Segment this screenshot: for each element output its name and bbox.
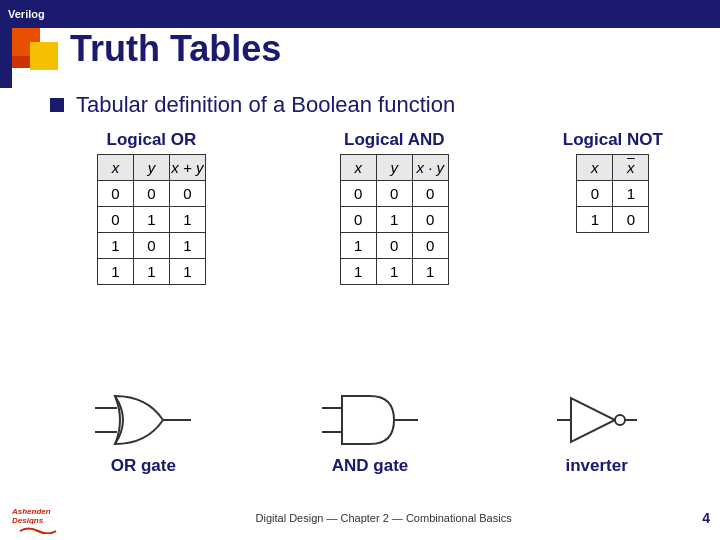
or-gate-label: OR gate	[111, 456, 176, 476]
gates-area: OR gate AND gate	[30, 388, 710, 476]
or-header-y: y	[133, 155, 169, 181]
table-row: 000	[340, 181, 448, 207]
logical-not-section: Logical NOT x x 01 10	[516, 130, 710, 285]
not-header-xbar: x	[613, 155, 649, 181]
table-row: 10	[577, 207, 649, 233]
footer-center-text: Digital Design — Chapter 2 — Combination…	[256, 512, 512, 524]
not-gate-label: inverter	[565, 456, 627, 476]
table-row: 101	[97, 233, 205, 259]
bullet-text: Tabular definition of a Boolean function	[76, 92, 455, 118]
svg-rect-2	[30, 42, 58, 70]
logical-not-title: Logical NOT	[563, 130, 663, 150]
and-gate-section: AND gate	[257, 388, 484, 476]
logical-or-title: Logical OR	[107, 130, 197, 150]
footer: Ashenden Designs Digital Design — Chapte…	[10, 502, 710, 534]
svg-point-12	[615, 415, 625, 425]
tables-area: Logical OR x y x + y 000 011 101 111 Log…	[30, 130, 710, 285]
logical-and-title: Logical AND	[344, 130, 444, 150]
svg-rect-3	[12, 56, 30, 68]
table-row: 010	[340, 207, 448, 233]
or-gate-section: OR gate	[30, 388, 257, 476]
footer-page-number: 4	[702, 510, 710, 526]
logical-or-table: x y x + y 000 011 101 111	[97, 154, 206, 285]
table-row: 111	[97, 259, 205, 285]
and-header-x: x	[340, 155, 376, 181]
and-header-y: y	[376, 155, 412, 181]
bullet-section: Tabular definition of a Boolean function	[50, 92, 455, 118]
logical-and-section: Logical AND x y x · y 000 010 100 111	[273, 130, 516, 285]
page-title: Truth Tables	[70, 28, 281, 70]
top-bar: Verilog	[0, 0, 720, 28]
table-row: 011	[97, 207, 205, 233]
logo-container	[0, 28, 65, 88]
and-gate-label: AND gate	[332, 456, 409, 476]
bullet-icon	[50, 98, 64, 112]
svg-text:Designs: Designs	[12, 516, 44, 524]
and-gate-diagram	[322, 388, 418, 452]
svg-marker-11	[571, 398, 615, 442]
logical-not-table: x x 01 10	[576, 154, 649, 233]
and-header-formula: x · y	[412, 155, 448, 181]
table-row: 000	[97, 181, 205, 207]
or-gate-diagram	[95, 388, 191, 452]
not-header-x: x	[577, 155, 613, 181]
table-row: 01	[577, 181, 649, 207]
svg-text:Ashenden: Ashenden	[11, 507, 51, 516]
verilog-label: Verilog	[8, 8, 45, 20]
footer-logo: Ashenden Designs	[10, 502, 65, 534]
logical-and-table: x y x · y 000 010 100 111	[340, 154, 449, 285]
logical-or-section: Logical OR x y x + y 000 011 101 111	[30, 130, 273, 285]
or-header-x: x	[97, 155, 133, 181]
table-row: 111	[340, 259, 448, 285]
svg-rect-0	[0, 28, 12, 88]
not-gate-section: inverter	[483, 388, 710, 476]
not-gate-diagram	[557, 388, 637, 452]
or-header-formula: x + y	[169, 155, 205, 181]
table-row: 100	[340, 233, 448, 259]
